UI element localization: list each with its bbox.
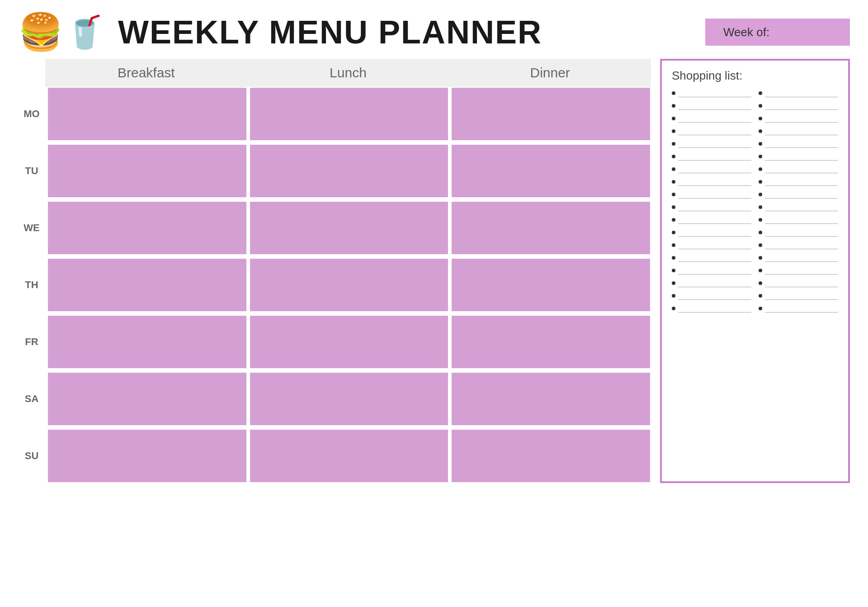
lunch-mo[interactable] bbox=[249, 87, 449, 141]
list-item[interactable] bbox=[759, 292, 838, 300]
list-item[interactable] bbox=[759, 102, 838, 110]
drink-icon: 🥤 bbox=[65, 16, 104, 48]
list-item[interactable] bbox=[672, 216, 751, 224]
dinner-su[interactable] bbox=[451, 429, 651, 483]
list-item[interactable] bbox=[672, 140, 751, 148]
list-item[interactable] bbox=[672, 254, 751, 262]
list-item[interactable] bbox=[759, 304, 838, 313]
dinner-th[interactable] bbox=[451, 258, 651, 312]
list-item[interactable] bbox=[672, 266, 751, 275]
lunch-sa[interactable] bbox=[249, 372, 449, 426]
list-item[interactable] bbox=[759, 127, 838, 135]
breakfast-tu[interactable] bbox=[47, 144, 247, 198]
lunch-we[interactable] bbox=[249, 201, 449, 255]
item-line[interactable] bbox=[678, 304, 751, 313]
list-item[interactable] bbox=[759, 165, 838, 173]
item-line[interactable] bbox=[678, 241, 751, 249]
item-line[interactable] bbox=[678, 254, 751, 262]
item-line[interactable] bbox=[765, 241, 838, 249]
item-line[interactable] bbox=[765, 279, 838, 287]
list-item[interactable] bbox=[672, 203, 751, 211]
list-item[interactable] bbox=[759, 152, 838, 161]
item-line[interactable] bbox=[765, 266, 838, 275]
item-line[interactable] bbox=[678, 165, 751, 173]
lunch-tu[interactable] bbox=[249, 144, 449, 198]
breakfast-mo[interactable] bbox=[47, 87, 247, 141]
item-line[interactable] bbox=[765, 165, 838, 173]
breakfast-th[interactable] bbox=[47, 258, 247, 312]
dinner-mo[interactable] bbox=[451, 87, 651, 141]
item-line[interactable] bbox=[765, 102, 838, 110]
list-item[interactable] bbox=[759, 241, 838, 249]
list-item[interactable] bbox=[672, 190, 751, 199]
bullet-icon bbox=[672, 91, 675, 95]
item-line[interactable] bbox=[678, 140, 751, 148]
list-item[interactable] bbox=[672, 279, 751, 287]
item-line[interactable] bbox=[765, 254, 838, 262]
item-line[interactable] bbox=[765, 127, 838, 135]
item-line[interactable] bbox=[678, 292, 751, 300]
list-item[interactable] bbox=[759, 190, 838, 199]
item-line[interactable] bbox=[765, 178, 838, 186]
item-line[interactable] bbox=[765, 114, 838, 123]
item-line[interactable] bbox=[765, 228, 838, 237]
item-line[interactable] bbox=[678, 152, 751, 161]
list-item[interactable] bbox=[672, 241, 751, 249]
bullet-icon bbox=[759, 129, 762, 133]
bullet-icon bbox=[672, 243, 675, 247]
breakfast-su[interactable] bbox=[47, 429, 247, 483]
item-line[interactable] bbox=[678, 266, 751, 275]
dinner-tu[interactable] bbox=[451, 144, 651, 198]
list-item[interactable] bbox=[759, 178, 838, 186]
item-line[interactable] bbox=[678, 127, 751, 135]
list-item[interactable] bbox=[672, 292, 751, 300]
list-item[interactable] bbox=[672, 228, 751, 237]
list-item[interactable] bbox=[759, 216, 838, 224]
list-item[interactable] bbox=[759, 228, 838, 237]
bullet-icon bbox=[759, 142, 762, 146]
breakfast-sa[interactable] bbox=[47, 372, 247, 426]
item-line[interactable] bbox=[678, 216, 751, 224]
list-item[interactable] bbox=[759, 203, 838, 211]
list-item[interactable] bbox=[759, 279, 838, 287]
list-item[interactable] bbox=[759, 254, 838, 262]
list-item[interactable] bbox=[672, 102, 751, 110]
item-line[interactable] bbox=[678, 279, 751, 287]
item-line[interactable] bbox=[678, 190, 751, 199]
list-item[interactable] bbox=[759, 266, 838, 275]
list-item[interactable] bbox=[672, 127, 751, 135]
item-line[interactable] bbox=[678, 228, 751, 237]
breakfast-fr[interactable] bbox=[47, 315, 247, 369]
item-line[interactable] bbox=[678, 114, 751, 123]
item-line[interactable] bbox=[765, 216, 838, 224]
list-item[interactable] bbox=[759, 114, 838, 123]
item-line[interactable] bbox=[678, 102, 751, 110]
item-line[interactable] bbox=[765, 203, 838, 211]
list-item[interactable] bbox=[672, 89, 751, 97]
list-item[interactable] bbox=[759, 89, 838, 97]
lunch-su[interactable] bbox=[249, 429, 449, 483]
item-line[interactable] bbox=[678, 203, 751, 211]
breakfast-we[interactable] bbox=[47, 201, 247, 255]
dinner-sa[interactable] bbox=[451, 372, 651, 426]
dinner-we[interactable] bbox=[451, 201, 651, 255]
list-item[interactable] bbox=[672, 178, 751, 186]
item-line[interactable] bbox=[678, 89, 751, 97]
item-line[interactable] bbox=[765, 304, 838, 313]
dinner-fr[interactable] bbox=[451, 315, 651, 369]
item-line[interactable] bbox=[765, 89, 838, 97]
item-line[interactable] bbox=[765, 140, 838, 148]
lunch-th[interactable] bbox=[249, 258, 449, 312]
day-label-fr: FR bbox=[18, 315, 45, 369]
list-item[interactable] bbox=[672, 114, 751, 123]
list-item[interactable] bbox=[672, 152, 751, 161]
item-line[interactable] bbox=[678, 178, 751, 186]
item-line[interactable] bbox=[765, 152, 838, 161]
lunch-fr[interactable] bbox=[249, 315, 449, 369]
item-line[interactable] bbox=[765, 190, 838, 199]
week-of-box[interactable]: Week of: bbox=[705, 19, 850, 46]
list-item[interactable] bbox=[672, 165, 751, 173]
list-item[interactable] bbox=[672, 304, 751, 313]
list-item[interactable] bbox=[759, 140, 838, 148]
item-line[interactable] bbox=[765, 292, 838, 300]
